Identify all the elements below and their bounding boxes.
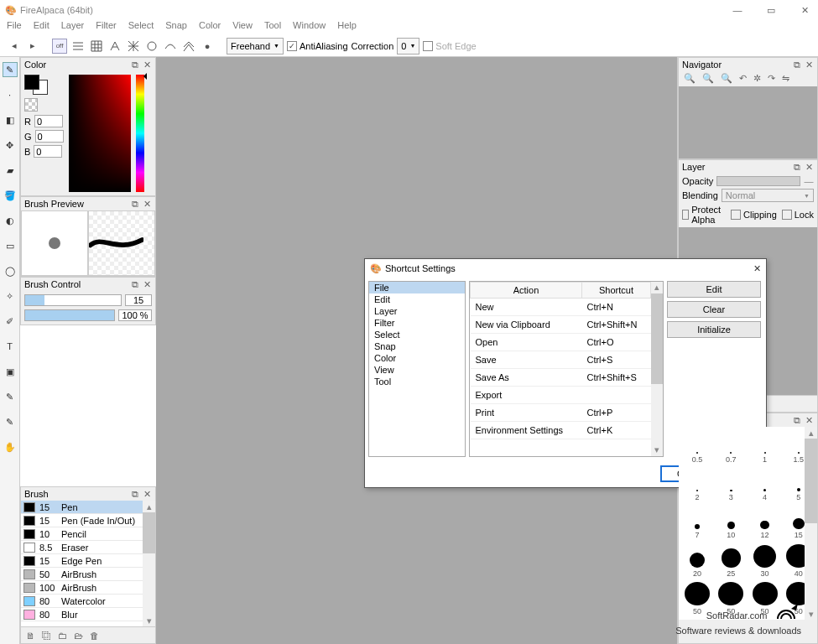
- transparent-swatch[interactable]: [24, 98, 38, 112]
- divide-tool-icon[interactable]: ▣: [3, 364, 18, 379]
- size-slider[interactable]: [24, 294, 122, 306]
- category-item[interactable]: File: [369, 282, 465, 293]
- shortcut-table[interactable]: ActionShortcut NewCtrl+NNew via Clipboar…: [469, 281, 664, 457]
- brush-delete-icon[interactable]: 🗑: [90, 631, 99, 641]
- gradient-tool-icon[interactable]: ◐: [3, 213, 18, 228]
- menu-layer[interactable]: Layer: [61, 20, 85, 35]
- brush-group-icon[interactable]: 🗀: [58, 631, 67, 641]
- select-rect-tool-icon[interactable]: ▭: [3, 238, 18, 253]
- panel-undock-icon[interactable]: ⧉: [130, 199, 140, 210]
- brush-row[interactable]: 10Pencil: [21, 527, 155, 541]
- b-input[interactable]: [34, 145, 62, 158]
- brush-row[interactable]: 15Pen⚙: [21, 501, 155, 514]
- menu-snap[interactable]: Snap: [165, 20, 187, 35]
- brushsize-scrollbar[interactable]: ▴▾: [805, 427, 817, 620]
- initialize-button[interactable]: Initialize: [667, 321, 761, 338]
- brush-size-cell[interactable]: 0.5: [680, 430, 714, 464]
- panel-undock-icon[interactable]: ⧉: [792, 415, 802, 426]
- category-list[interactable]: FileEditLayerFilterSelectSnapColorViewTo…: [368, 281, 466, 457]
- panel-close-icon[interactable]: ✕: [804, 60, 814, 70]
- category-item[interactable]: Filter: [369, 317, 465, 329]
- menu-view[interactable]: View: [232, 20, 253, 35]
- snap-parallel-icon[interactable]: [70, 39, 86, 54]
- object-tool-icon[interactable]: ✎: [3, 389, 18, 404]
- panel-undock-icon[interactable]: ⧉: [130, 60, 140, 70]
- shortcut-row[interactable]: Save AsCtrl+Shift+S: [471, 369, 651, 387]
- table-scrollbar[interactable]: ▴▾: [651, 282, 663, 456]
- brush-import-icon[interactable]: 🗁: [74, 631, 83, 641]
- zoom-fit-icon[interactable]: 🔍: [721, 73, 732, 85]
- brush-row[interactable]: 15Edge Pen: [21, 554, 155, 568]
- brush-size-cell[interactable]: 4: [748, 468, 782, 501]
- navigator-view[interactable]: [679, 86, 817, 158]
- brush-scrollbar[interactable]: ▴▾: [143, 501, 155, 626]
- brush-size-cell[interactable]: 3: [714, 468, 748, 501]
- r-input[interactable]: [34, 115, 63, 127]
- panel-close-icon[interactable]: ✕: [142, 60, 152, 70]
- panel-close-icon[interactable]: ✕: [804, 415, 814, 426]
- fg-bg-swatch[interactable]: [24, 75, 48, 95]
- panel-undock-icon[interactable]: ⧉: [792, 60, 802, 70]
- brush-size-cell[interactable]: 10: [714, 506, 748, 539]
- category-item[interactable]: Snap: [369, 340, 465, 352]
- brush-tool-icon[interactable]: ✎: [3, 62, 18, 77]
- zoom-out-icon[interactable]: 🔍: [702, 73, 714, 85]
- snap-off-icon[interactable]: off: [52, 39, 67, 54]
- bucket-tool-icon[interactable]: 🪣: [3, 188, 18, 203]
- g-input[interactable]: [35, 130, 64, 143]
- menu-file[interactable]: File: [7, 20, 22, 35]
- zoom-in-icon[interactable]: 🔍: [684, 73, 696, 85]
- menu-filter[interactable]: Filter: [96, 20, 116, 35]
- shortcut-row[interactable]: NewCtrl+N: [471, 299, 651, 316]
- shortcut-row[interactable]: PrintCtrl+P: [471, 404, 651, 422]
- hue-slider[interactable]: [136, 75, 144, 192]
- blending-select[interactable]: Normal▼: [722, 189, 814, 202]
- fill-tool-icon[interactable]: ▰: [3, 163, 18, 178]
- snap-curve-icon[interactable]: [163, 39, 178, 54]
- category-item[interactable]: Select: [369, 329, 465, 340]
- edit-button[interactable]: Edit: [667, 281, 761, 298]
- category-item[interactable]: View: [369, 364, 465, 376]
- brush-size-cell[interactable]: 50: [748, 582, 782, 615]
- wand-tool-icon[interactable]: ✧: [3, 288, 18, 304]
- color-field[interactable]: [69, 75, 131, 192]
- brush-row[interactable]: 8.5Eraser: [21, 541, 155, 554]
- opacity-value[interactable]: 100 %: [118, 309, 152, 321]
- brush-size-cell[interactable]: 30: [748, 544, 782, 578]
- snap-grid-icon[interactable]: [89, 39, 104, 54]
- brush-dup-icon[interactable]: ⿻: [42, 631, 51, 641]
- dialog-close-icon[interactable]: ✕: [753, 263, 761, 274]
- clear-button[interactable]: Clear: [667, 301, 761, 318]
- nav-next-icon[interactable]: ▸: [25, 39, 40, 54]
- brush-size-cell[interactable]: 2: [680, 468, 714, 501]
- menu-color[interactable]: Color: [199, 20, 221, 35]
- nav-prev-icon[interactable]: ◂: [7, 39, 22, 54]
- menu-help[interactable]: Help: [337, 20, 357, 35]
- brush-row[interactable]: 50AirBrush: [21, 568, 155, 581]
- category-item[interactable]: Edit: [369, 293, 465, 305]
- select-lasso-tool-icon[interactable]: ◯: [3, 263, 18, 278]
- brush-size-cell[interactable]: 50: [714, 582, 748, 615]
- menu-window[interactable]: Window: [293, 20, 326, 35]
- category-item[interactable]: Tool: [369, 376, 465, 387]
- eyedropper-tool-icon[interactable]: ✎: [3, 414, 18, 429]
- snap-radial-icon[interactable]: [126, 39, 141, 54]
- menu-tool[interactable]: Tool: [264, 20, 281, 35]
- panel-close-icon[interactable]: ✕: [142, 279, 152, 290]
- rotate-reset-icon[interactable]: ✲: [753, 73, 761, 85]
- brush-size-grid[interactable]: 0.50.711.5234571012152025304050505050▴▾: [679, 427, 817, 620]
- panel-undock-icon[interactable]: ⧉: [130, 489, 140, 500]
- close-button[interactable]: ✕: [796, 5, 813, 16]
- size-value[interactable]: 15: [125, 294, 152, 306]
- softedge-checkbox[interactable]: Soft Edge: [423, 41, 476, 51]
- shortcut-row[interactable]: SaveCtrl+S: [471, 351, 651, 369]
- menu-edit[interactable]: Edit: [34, 20, 49, 35]
- rotate-left-icon[interactable]: ↶: [739, 73, 747, 85]
- shortcut-row[interactable]: Export: [471, 387, 651, 404]
- flip-icon[interactable]: ⇋: [782, 73, 789, 85]
- text-tool-icon[interactable]: T: [3, 339, 18, 354]
- eraser-tool-icon[interactable]: ◧: [3, 112, 18, 127]
- brush-size-cell[interactable]: 25: [714, 544, 748, 578]
- panel-close-icon[interactable]: ✕: [142, 489, 152, 500]
- canvas-area[interactable]: 🎨 Shortcut Settings ✕ FileEditLayerFilte…: [156, 57, 677, 644]
